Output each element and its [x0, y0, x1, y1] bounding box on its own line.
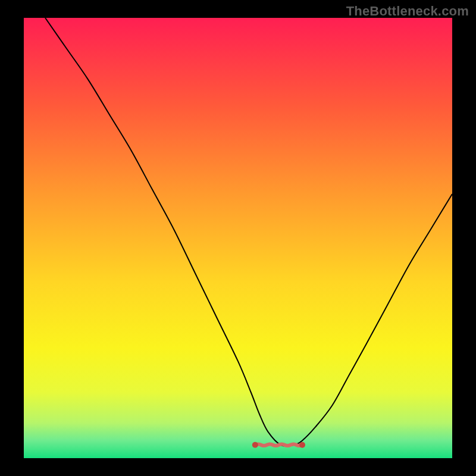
svg-point-1	[299, 442, 305, 448]
watermark-text: TheBottleneck.com	[346, 4, 469, 19]
gradient-background	[24, 18, 452, 458]
plot-area	[24, 18, 452, 458]
chart-frame: TheBottleneck.com	[0, 0, 476, 476]
svg-point-0	[252, 442, 258, 448]
chart-svg	[24, 18, 452, 458]
